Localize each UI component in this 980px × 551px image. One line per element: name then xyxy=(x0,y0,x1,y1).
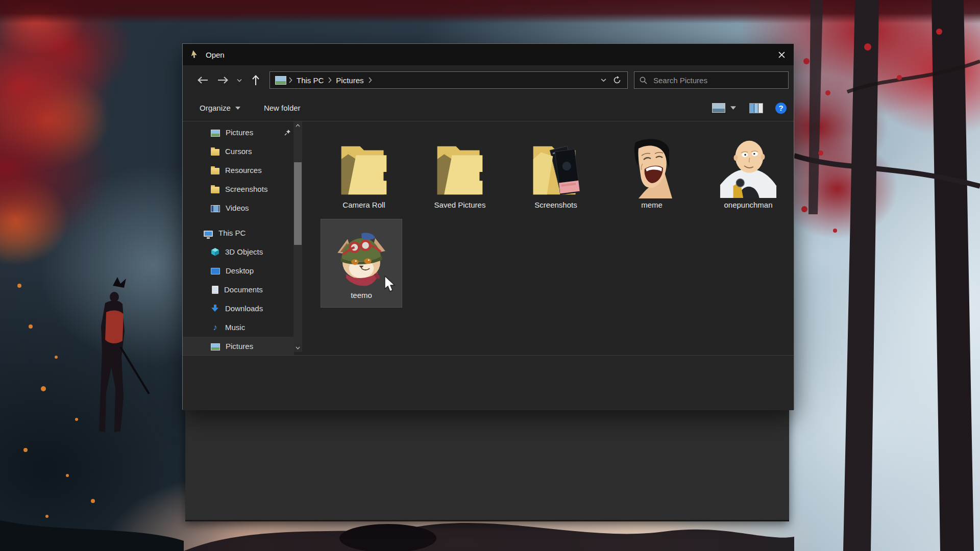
file-item-teemo[interactable]: teemo xyxy=(321,219,402,308)
onepunchman-thumbnail xyxy=(718,134,778,198)
music-note-icon: ♪ xyxy=(211,323,219,332)
refresh-icon xyxy=(613,76,621,84)
sidebar-item-cursors[interactable]: Cursors xyxy=(183,142,294,161)
scrollbar-thumb[interactable] xyxy=(294,162,302,245)
up-button[interactable] xyxy=(249,73,262,87)
chevron-down-icon xyxy=(237,79,242,82)
close-button[interactable] xyxy=(769,44,794,65)
help-button[interactable]: ? xyxy=(775,103,787,114)
videos-library-icon xyxy=(211,205,220,212)
file-item-camera-roll[interactable]: Camera Roll xyxy=(325,128,403,217)
download-arrow-icon xyxy=(211,304,219,313)
close-icon xyxy=(778,52,785,58)
folder-icon xyxy=(211,168,219,174)
forward-button[interactable] xyxy=(216,73,230,87)
views-dropdown-icon[interactable] xyxy=(730,106,736,110)
file-list: Camera Roll Saved Pictures xyxy=(305,121,795,355)
dialog-content: Pictures Cursors Resources xyxy=(183,121,794,355)
back-button[interactable] xyxy=(196,73,209,87)
navigation-sidebar: Pictures Cursors Resources xyxy=(183,121,305,355)
new-folder-label: New folder xyxy=(264,104,301,112)
desktop-icon xyxy=(211,268,220,274)
folder-icon xyxy=(211,149,219,156)
computer-icon xyxy=(204,231,213,237)
document-icon xyxy=(212,286,218,294)
sidebar-item-music[interactable]: ♪ Music xyxy=(183,318,294,337)
file-item-saved-pictures[interactable]: Saved Pictures xyxy=(421,128,499,217)
samurai-silhouette xyxy=(99,277,149,432)
address-bar[interactable]: This PC Pictures xyxy=(270,71,628,89)
file-item-onepunchman[interactable]: onepunchman xyxy=(709,128,787,217)
open-file-dialog: Open xyxy=(182,43,794,410)
back-icon xyxy=(197,76,208,84)
organize-label: Organize xyxy=(200,104,231,112)
teemo-thumbnail xyxy=(334,231,389,289)
meme-thumbnail xyxy=(623,136,680,198)
sidebar-item-desktop[interactable]: Desktop xyxy=(183,261,294,280)
mouse-cursor xyxy=(384,276,397,293)
file-item-meme[interactable]: meme xyxy=(613,128,691,217)
preview-pane-icon[interactable] xyxy=(749,103,763,113)
dialog-footer: File name: .Pictures\meme Portable Netwo… xyxy=(183,355,794,410)
recent-locations-dropdown[interactable] xyxy=(233,73,246,87)
new-folder-button[interactable]: New folder xyxy=(264,104,301,112)
sidebar-scrollbar[interactable] xyxy=(293,121,302,352)
navigation-bar: This PC Pictures xyxy=(183,65,794,95)
view-thumbnails-icon[interactable] xyxy=(712,103,725,113)
refresh-button[interactable] xyxy=(610,73,624,87)
dialog-titlebar[interactable]: Open xyxy=(183,44,794,65)
dialog-title: Open xyxy=(206,51,225,59)
sidebar-item-downloads[interactable]: Downloads xyxy=(183,299,294,318)
sidebar-item-pictures-thispc[interactable]: Pictures xyxy=(183,337,294,356)
pictures-location-icon xyxy=(275,76,286,85)
pin-icon xyxy=(284,129,291,136)
address-history-dropdown[interactable] xyxy=(597,73,610,87)
sidebar-item-documents[interactable]: Documents xyxy=(183,280,294,299)
scroll-down-icon[interactable] xyxy=(293,344,302,352)
sidebar-item-this-pc[interactable]: This PC xyxy=(183,223,294,242)
folder-icon xyxy=(334,144,394,198)
forward-icon xyxy=(217,76,229,84)
breadcrumb-chevron-icon xyxy=(368,77,372,83)
breadcrumb-pictures[interactable]: Pictures xyxy=(332,76,368,85)
folder-with-screenshots-icon xyxy=(526,144,586,198)
sidebar-item-resources[interactable]: Resources xyxy=(183,161,294,180)
breadcrumb-this-pc[interactable]: This PC xyxy=(292,76,328,85)
background-app-window xyxy=(185,403,789,521)
chevron-down-icon xyxy=(235,107,240,110)
3d-cube-icon xyxy=(211,247,219,256)
pictures-library-icon xyxy=(211,343,220,350)
sidebar-item-videos[interactable]: Videos xyxy=(183,198,294,217)
organize-button[interactable]: Organize xyxy=(200,104,240,112)
search-icon xyxy=(640,77,647,84)
breadcrumb-chevron-icon xyxy=(328,77,332,83)
toolbar: Organize New folder ? xyxy=(183,95,794,121)
scroll-up-icon[interactable] xyxy=(293,121,302,130)
folder-icon xyxy=(211,187,219,193)
sidebar-item-screenshots[interactable]: Screenshots xyxy=(183,180,294,198)
help-glyph: ? xyxy=(778,104,783,112)
app-icon xyxy=(190,50,200,59)
folder-icon xyxy=(430,144,490,198)
sidebar-item-pictures-quick[interactable]: Pictures xyxy=(183,123,294,142)
up-icon xyxy=(252,74,260,86)
breadcrumb-chevron-icon xyxy=(288,77,292,83)
sidebar-item-3d-objects[interactable]: 3D Objects xyxy=(183,242,294,261)
search-input[interactable]: Search Pictures xyxy=(634,71,789,89)
search-placeholder: Search Pictures xyxy=(653,76,707,85)
screen: Open xyxy=(0,0,980,551)
chevron-down-icon xyxy=(601,78,606,82)
file-item-screenshots[interactable]: Screenshots xyxy=(517,128,595,217)
pictures-library-icon xyxy=(211,130,220,137)
